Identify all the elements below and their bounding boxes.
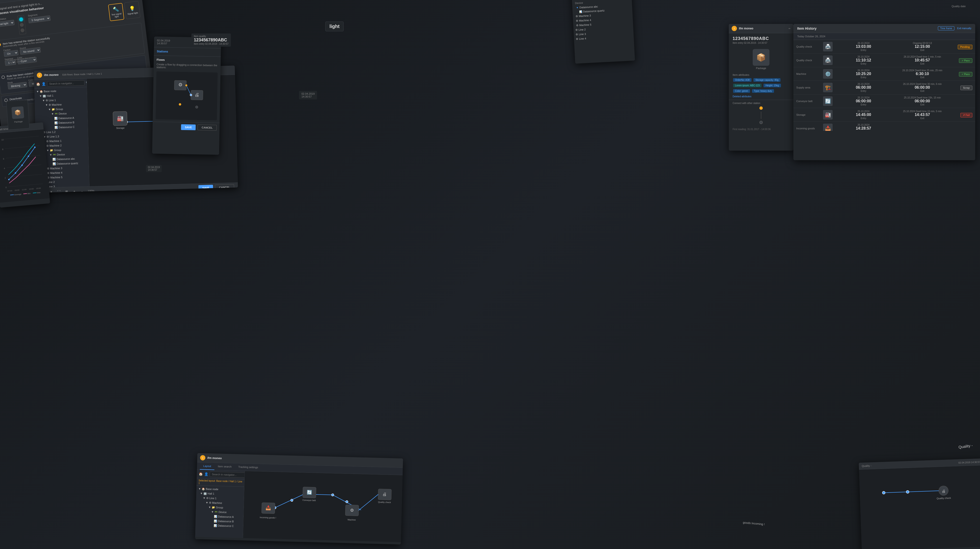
node-storage[interactable]: 🏭 Storage <box>113 111 127 130</box>
item-history-panel: Item History Time frame Exit manually To… <box>793 24 975 160</box>
svg-text:🖨: 🖨 <box>194 92 199 97</box>
svg-text:4: 4 <box>4 167 5 170</box>
stations-title: Stations <box>154 48 221 57</box>
timestamp-float-2: 02.04.2019 14:30:57 <box>146 165 162 172</box>
time-frame-btn[interactable]: Time frame <box>938 26 954 30</box>
test-signal-btn[interactable]: 🔦 Test signal light <box>108 3 124 21</box>
svg-text:10: 10 <box>1 138 4 141</box>
stations-panel: 02.04.201914:30:57 i △ △ Stations Flows … <box>152 36 221 155</box>
light-label: light <box>325 22 344 31</box>
panel-title: ifm moneo <box>0 0 10 0</box>
connect-section: Connect with other station <box>729 100 793 126</box>
exit-manually-btn[interactable]: Exit manually <box>957 27 971 30</box>
svg-point-50 <box>346 500 348 503</box>
status-label: Status <box>0 17 6 21</box>
svg-text:11:00: 11:00 <box>22 189 27 191</box>
quality-panel-header: Quality - <box>862 464 871 467</box>
svg-text:Quality check: Quality check <box>378 501 391 504</box>
device-tree-panel: i ifm moneo Device ▼ Datasource abc 📊 Da… <box>571 0 635 63</box>
svg-text:09:00: 09:00 <box>14 189 20 192</box>
svg-text:🔄: 🔄 <box>307 490 312 495</box>
station-connect-dots <box>733 106 789 124</box>
close-btn[interactable]: ✕ <box>48 189 54 193</box>
stations-save-btn[interactable]: SAVE <box>181 124 196 130</box>
layout-nav-search[interactable] <box>210 471 245 478</box>
first-reading: First reading: 31.01.2017 - 14:00:36 <box>729 126 793 132</box>
svg-line-24 <box>7 165 41 168</box>
svg-line-41 <box>33 193 37 193</box>
svg-text:13:00: 13:00 <box>29 188 34 190</box>
flow-breadcrumb: Edit flows: Base node / Hall 1 / Line 1 <box>62 72 102 76</box>
chart-title: Dwell time <box>0 127 8 131</box>
layout-flow-svg: 📥 Incoming goods ! 🔄 Conveyor belt ⚙ Mac… <box>243 471 402 542</box>
deleted-attributes-btn[interactable]: Deleted attributes <box>733 95 789 98</box>
history-row-1: Quality check 🖨️ 26.10.2024 13:03:00 Ent… <box>793 40 975 54</box>
package-icon: 📦 Package <box>729 45 793 73</box>
svg-text:Min: Min <box>27 192 30 195</box>
stations-cancel-btn[interactable]: CANCEL <box>197 125 217 130</box>
item-detail-panel: i ifm moneo ✏ 1234567890ABC Item entry 0… <box>729 24 793 151</box>
history-row-6: Storage 🏭 25.10.2024 14:45:00 Entry 25.1… <box>793 108 975 122</box>
status-select[interactable]: Signal light <box>0 20 14 28</box>
svg-text:6: 6 <box>3 157 4 160</box>
svg-text:🖨: 🖨 <box>942 489 945 493</box>
tab-tracking-settings[interactable]: Tracking settings <box>235 463 261 471</box>
history-row-3: Machine ⚙️ 26.10.2024 10:25:20 Entry 26.… <box>793 67 975 81</box>
nav-search-input[interactable] <box>47 80 85 87</box>
svg-line-67 <box>884 491 939 493</box>
quality-canvas: 🖨 Quality check <box>859 465 980 549</box>
svg-line-63 <box>359 494 378 511</box>
svg-text:15:00: 15:00 <box>36 187 41 190</box>
station-flow-svg: ⚙ 🖨 <box>159 75 218 117</box>
svg-point-14 <box>196 106 198 108</box>
svg-line-26 <box>8 184 43 187</box>
svg-point-69 <box>906 490 909 493</box>
history-row-7: Incoming goods 📥 25.10.2024 14:28:57 Ent… <box>793 122 975 131</box>
svg-text:0: 0 <box>5 186 7 189</box>
svg-text:Quality check: Quality check <box>937 497 951 500</box>
svg-text:Conveyor belt: Conveyor belt <box>302 499 316 501</box>
svg-text:⚙: ⚙ <box>350 508 354 513</box>
svg-point-13 <box>179 103 181 105</box>
user-avatar-3: i <box>732 26 737 31</box>
quality-panel: Quality - 02.04.2019 14:30:57 🖨 Quality … <box>859 459 980 549</box>
svg-text:2: 2 <box>5 177 6 179</box>
layout-ds-c[interactable]: 📊 Datasource C <box>196 523 243 529</box>
chart-area: 10 8 6 4 2 0 <box>0 129 50 203</box>
flows-section: Flows Create a flow by dragging a connec… <box>153 56 221 123</box>
svg-line-43 <box>275 493 304 508</box>
svg-text:📥: 📥 <box>266 505 271 511</box>
stations-actions: SAVE CANCEL <box>153 122 220 133</box>
svg-text:🖨: 🖨 <box>382 492 387 497</box>
station-diagram: ⚙ 🖨 <box>156 71 218 120</box>
svg-text:07:00: 07:00 <box>7 190 13 192</box>
svg-point-68 <box>882 491 885 494</box>
tab-layout[interactable]: Layout <box>200 462 215 470</box>
svg-text:⚙: ⚙ <box>178 82 183 87</box>
layout-panel: i ifm moneo Layout Item search Tracking … <box>195 453 403 544</box>
item-id-float: Item quality 1234567890ABC Item entry 02… <box>191 33 231 47</box>
attribute-tags: OrderNo: A38 Storage capacity: 80g Lorem… <box>733 78 789 93</box>
svg-text:Average: Average <box>14 193 22 196</box>
svg-text:8: 8 <box>2 148 3 151</box>
timestamp-float-1: 02.04.2019 14:30:57 <box>299 91 317 100</box>
item-attributes-section: Item attributes OrderNo: A38 Storage cap… <box>729 73 793 100</box>
user-avatar-5: i <box>200 455 205 460</box>
svg-point-49 <box>331 494 334 496</box>
tab-item-search[interactable]: Item search <box>215 463 235 471</box>
top-right-timestamp: Quality date <box>951 5 966 8</box>
svg-text:Incoming goods !: Incoming goods ! <box>260 516 276 519</box>
history-scroll[interactable]: Quality check 🖨️ 26.10.2024 13:03:00 Ent… <box>793 40 975 131</box>
layout-nav[interactable]: 🏠 👤 Selected layout: Base node / Hall 1 … <box>195 470 245 538</box>
today-header: Today October 26, 2024 <box>793 33 975 40</box>
svg-text:Max: Max <box>37 192 41 194</box>
history-title: Item History <box>797 27 816 30</box>
signal-light-display: 💡 Signal light <box>124 1 140 19</box>
svg-point-47 <box>291 499 293 501</box>
svg-text:Machine: Machine <box>348 518 356 521</box>
history-row-5: Conveyor belt 🔄 25.10.2024 06:00:00 Entr… <box>793 94 975 108</box>
svg-line-37 <box>10 195 14 195</box>
dwell-chart-panel: Dwell time 10 8 6 4 2 0 <box>0 122 50 208</box>
user-avatar-4: i <box>37 73 42 78</box>
layout-canvas: 📥 Incoming goods ! 🔄 Conveyor belt ⚙ Mac… <box>243 471 402 542</box>
